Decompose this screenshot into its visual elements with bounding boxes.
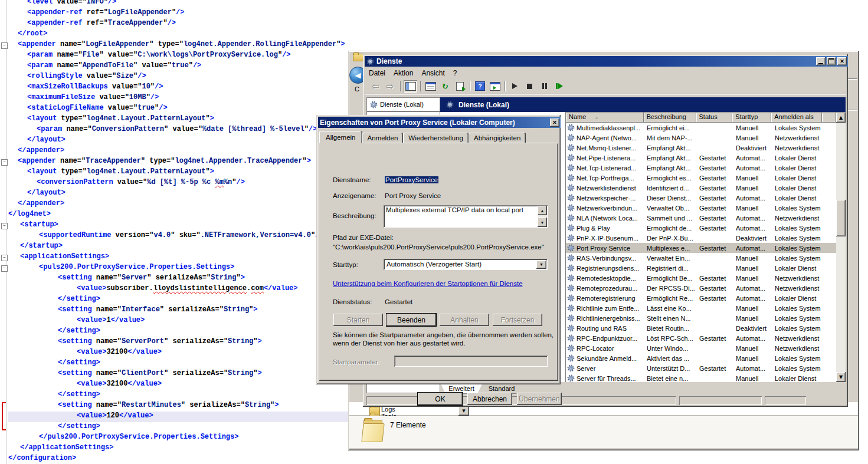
fold-toggle-icon[interactable]: − — [1, 159, 8, 166]
service-row[interactable]: RPC-LocatorUnter Windo...ManuellNetzwerk… — [566, 343, 836, 353]
column-header-name[interactable]: Name▲ — [566, 113, 644, 123]
column-header-beschreibung[interactable]: Beschreibung — [644, 113, 696, 123]
ok-button[interactable]: OK — [418, 393, 463, 405]
service-gear-icon — [567, 194, 575, 202]
service-starttype: Manuell — [733, 205, 772, 212]
code-line: <value>32100</value> — [77, 380, 162, 390]
fold-toggle-icon[interactable]: − — [1, 223, 8, 229]
refresh-icon[interactable]: ↻ — [438, 80, 452, 93]
service-row[interactable]: Multimediaklassenpl...Ermöglicht ei...Ma… — [566, 123, 836, 133]
service-row[interactable]: Net.Tcp-Portfreiga...Ermöglicht es...Ges… — [566, 173, 836, 183]
service-gear-icon — [567, 354, 575, 362]
service-row[interactable]: Plug & PlayErmöglicht de...GestartetAuto… — [566, 223, 836, 233]
service-row[interactable]: Netzwerkverbindun...Verwaltet Ob...Gesta… — [566, 203, 836, 213]
minimize-button[interactable] — [816, 57, 826, 65]
console-tree-icon[interactable] — [404, 80, 417, 93]
service-gear-icon — [567, 324, 575, 332]
service-row[interactable]: RPC-Endpunktzuor...Löst RPC-Sch...Gestar… — [566, 333, 836, 343]
fold-toggle-icon[interactable]: − — [1, 265, 8, 272]
chevron-down-icon[interactable]: ▼ — [458, 406, 469, 416]
service-description: Lässt eine Ko... — [644, 305, 696, 312]
service-row[interactable]: NLA (Network Loca...Sammelt und ...Gesta… — [566, 213, 836, 223]
service-row[interactable]: Net.Pipe-Listenera...Empfängt Akt...Gest… — [566, 153, 836, 163]
service-name: Net.Msmq-Listener... — [566, 144, 644, 152]
start-service-icon[interactable] — [508, 80, 522, 93]
service-row[interactable]: Net.Msmq-Listener...Empfängt Akt...Deakt… — [566, 143, 836, 153]
column-header-starttyp[interactable]: Starttyp — [732, 113, 771, 123]
service-row[interactable]: NetzwerklistendienstIdentifiziert d...Ge… — [566, 183, 836, 193]
service-row[interactable]: Remoteprozedurau...Der RPCSS-Di...Gestar… — [566, 283, 836, 293]
close-icon[interactable]: ✕ — [550, 119, 559, 127]
service-row[interactable]: RAS-Verbindungsv...Verwaltet Ein...Manue… — [566, 253, 836, 263]
scrollbar-thumb[interactable] — [836, 200, 846, 236]
service-logonas: Lokaler Dienst — [772, 195, 823, 202]
beschreibung-scrollbar[interactable]: ▲ ▼ — [538, 206, 547, 227]
extended-view-icon[interactable] — [488, 80, 502, 93]
fold-toggle-icon[interactable]: − — [1, 42, 8, 49]
service-name: Netzwerklistendienst — [566, 184, 644, 192]
service-row[interactable]: Routing und RASBietet Routin...Deaktivie… — [566, 323, 836, 333]
service-row[interactable]: RemoteregistrierungErmöglicht Re...Gesta… — [566, 293, 836, 303]
tab-abhangigkeiten[interactable]: Abhängigkeiten — [469, 133, 526, 143]
service-row[interactable]: Net.Tcp-Listenerad...Empfängt Akt...Gest… — [566, 163, 836, 173]
fold-toggle-icon[interactable]: − — [1, 255, 8, 261]
vertical-scrollbar[interactable]: ▲ ▼ — [836, 113, 846, 382]
console-tree-label: Dienste (Lokal) — [380, 101, 424, 108]
column-headers: Name▲BeschreibungStatusStarttypAnmelden … — [566, 113, 836, 123]
properties-icon[interactable] — [424, 80, 437, 93]
service-description: Bietet Routin... — [644, 325, 696, 332]
properties-dialog[interactable]: Eigenschaften von Port Proxy Service (Lo… — [316, 115, 561, 384]
stop-service-icon[interactable] — [523, 80, 536, 93]
service-description: Dieser Dienst... — [644, 195, 696, 202]
pause-service-icon[interactable] — [538, 80, 551, 93]
column-header-status[interactable]: Status — [696, 113, 733, 123]
forward-icon[interactable]: ⇨ — [384, 80, 397, 93]
tab-allgemein[interactable]: Allgemein — [319, 131, 362, 143]
abbrechen-button[interactable]: Abbrechen — [467, 393, 512, 405]
chevron-down-icon[interactable]: ▼ — [536, 260, 546, 269]
service-row[interactable]: Netzwerkspeicher-...Dieser Dienst...Gest… — [566, 193, 836, 203]
service-row[interactable]: ServerUnterstützt D...GestartetAutomat..… — [566, 363, 836, 373]
starttyp-select[interactable]: Automatisch (Verzögerter Start) ▼ — [384, 259, 548, 270]
service-row[interactable]: Sekundäre Anmeld...Aktiviert das ...Manu… — [566, 353, 836, 363]
services-titlebar[interactable]: Dienste ✕ — [365, 56, 848, 67]
column-header-anmelden-als[interactable]: Anmelden als — [771, 113, 822, 123]
service-row[interactable]: Richtlinie zum Entfe...Lässt eine Ko...M… — [566, 303, 836, 313]
dienstname-value[interactable]: PortProxyService — [385, 176, 438, 183]
scroll-down-icon[interactable]: ▼ — [538, 218, 547, 227]
service-row[interactable]: Richtlinienergebniss...Stellt einen N...… — [566, 313, 836, 323]
service-gear-icon — [567, 284, 575, 292]
services-rows: Multimediaklassenpl...Ermöglicht ei...Ma… — [566, 123, 836, 382]
menu-item-datei[interactable]: Datei — [365, 68, 389, 78]
help-icon[interactable]: ? — [473, 80, 487, 93]
menu-item-aktion[interactable]: Aktion — [389, 68, 417, 78]
scroll-up-icon[interactable]: ▲ — [538, 206, 547, 215]
services-list[interactable]: Name▲BeschreibungStatusStarttypAnmelden … — [565, 112, 846, 382]
menu-item-[interactable]: ? — [449, 68, 461, 78]
service-row[interactable]: PnP-X-IP-Busenum...Der PnP-X-Bu...Deakti… — [566, 233, 836, 243]
service-row[interactable]: Server für Threads...Bietet eine n...Man… — [566, 373, 836, 382]
scroll-down-icon[interactable]: ▼ — [836, 372, 846, 382]
dialog-titlebar[interactable]: Eigenschaften von Port Proxy Service (Lo… — [318, 117, 561, 128]
export-list-icon[interactable] — [453, 80, 467, 93]
console-tree-tab[interactable]: Dienste (Lokal) — [366, 97, 440, 111]
close-icon[interactable]: ✕ — [837, 57, 847, 65]
services-icon — [366, 58, 374, 65]
tab-anmelden[interactable]: Anmelden — [362, 133, 404, 143]
service-description: Aktiviert das ... — [644, 355, 696, 362]
tab-wiederherstellung[interactable]: Wiederherstellung — [403, 133, 469, 143]
beschreibung-field[interactable]: Multiplexes external TCP/IP data on loca… — [384, 205, 548, 228]
maximize-button[interactable] — [827, 57, 836, 65]
back-icon[interactable]: ⇦ — [369, 80, 382, 93]
beenden-button[interactable]: Beenden — [386, 314, 436, 326]
menu-item-ansicht[interactable]: Ansicht — [417, 68, 448, 78]
service-row[interactable]: Port Proxy ServiceMultiplexes e...Gestar… — [566, 243, 836, 253]
service-row[interactable]: NAP-Agent (Netwo...Mit dem NAP-...Manuel… — [566, 133, 836, 143]
service-status: Gestartet — [696, 164, 733, 172]
restart-service-icon[interactable] — [552, 80, 566, 93]
service-row[interactable]: Registrierungsdiens...Registriert di...M… — [566, 263, 836, 273]
service-name: Net.Tcp-Listenerad... — [566, 164, 644, 172]
startoptions-help-link[interactable]: Unterstützung beim Konfigurieren der Sta… — [333, 280, 523, 287]
service-row[interactable]: Remotedesktopdie...Ermöglicht Be...Gesta… — [566, 273, 836, 283]
scroll-up-icon[interactable]: ▲ — [836, 113, 846, 123]
